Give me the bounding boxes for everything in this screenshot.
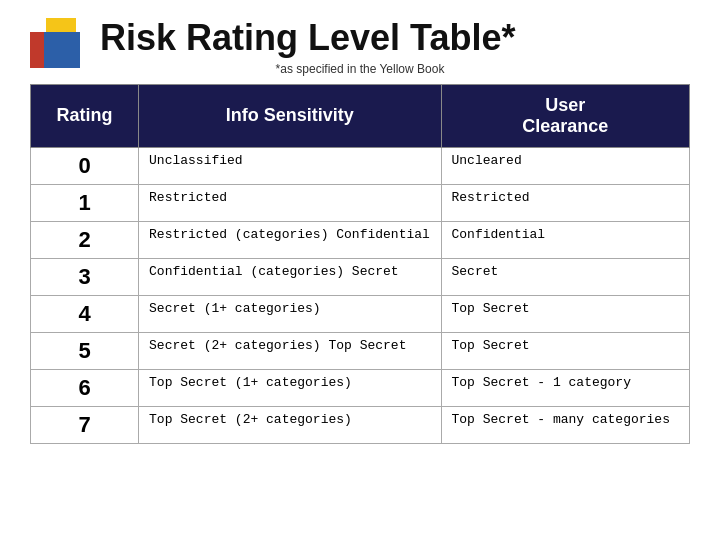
page-subtitle: *as specified in the Yellow Book [30,62,690,76]
table-row: 7Top Secret (2+ categories)Top Secret - … [31,406,690,443]
cell-rating: 4 [31,295,139,332]
cell-rating: 6 [31,369,139,406]
cell-rating: 0 [31,147,139,184]
cell-clearance: Secret [441,258,689,295]
table-header-row: Rating Info Sensitivity UserClearance [31,84,690,147]
cell-sensitivity: Confidential (categories) Secret [139,258,441,295]
cell-clearance: Top Secret [441,295,689,332]
cell-sensitivity: Unclassified [139,147,441,184]
table-row: 5Secret (2+ categories) Top SecretTop Se… [31,332,690,369]
cell-clearance: Top Secret - 1 category [441,369,689,406]
table-row: 6Top Secret (1+ categories)Top Secret - … [31,369,690,406]
cell-rating: 3 [31,258,139,295]
page-container: Risk Rating Level Table* *as specified i… [0,0,720,540]
table-row: 0UnclassifiedUncleared [31,147,690,184]
header-clearance: UserClearance [441,84,689,147]
cell-rating: 5 [31,332,139,369]
blue-square [44,32,80,68]
cell-rating: 7 [31,406,139,443]
cell-sensitivity: Restricted (categories) Confidential [139,221,441,258]
table-row: 3Confidential (categories) SecretSecret [31,258,690,295]
cell-clearance: Confidential [441,221,689,258]
table-row: 4Secret (1+ categories)Top Secret [31,295,690,332]
decorative-squares [30,18,90,78]
cell-sensitivity: Top Secret (1+ categories) [139,369,441,406]
cell-sensitivity: Restricted [139,184,441,221]
cell-sensitivity: Secret (1+ categories) [139,295,441,332]
table-row: 1RestrictedRestricted [31,184,690,221]
risk-rating-table: Rating Info Sensitivity UserClearance 0U… [30,84,690,444]
cell-clearance: Top Secret [441,332,689,369]
cell-sensitivity: Secret (2+ categories) Top Secret [139,332,441,369]
cell-clearance: Restricted [441,184,689,221]
cell-rating: 1 [31,184,139,221]
cell-clearance: Top Secret - many categories [441,406,689,443]
header-rating: Rating [31,84,139,147]
header-sensitivity: Info Sensitivity [139,84,441,147]
table-row: 2Restricted (categories) ConfidentialCon… [31,221,690,258]
cell-rating: 2 [31,221,139,258]
cell-clearance: Uncleared [441,147,689,184]
cell-sensitivity: Top Secret (2+ categories) [139,406,441,443]
page-title: Risk Rating Level Table* [100,18,690,58]
